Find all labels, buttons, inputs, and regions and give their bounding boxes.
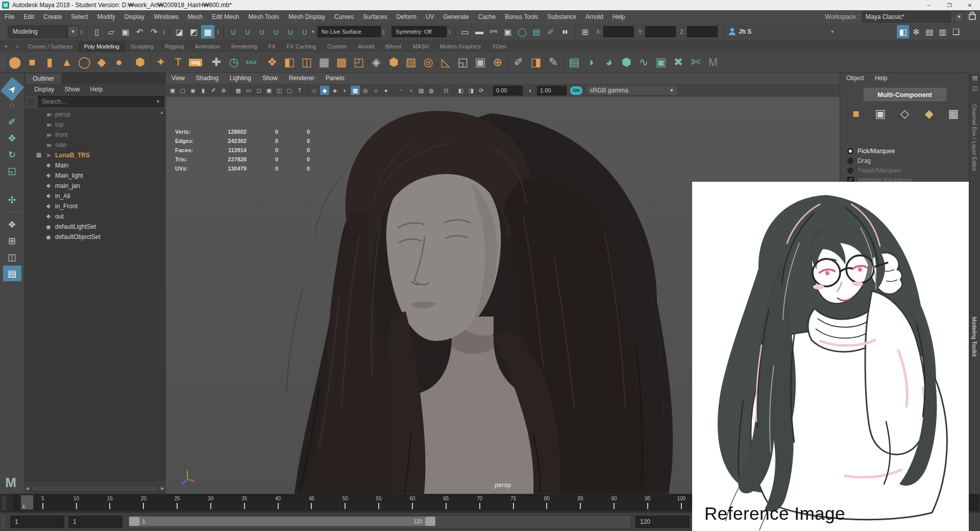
open-scene-icon[interactable]: ▱: [105, 25, 118, 38]
shelf-menu-icon[interactable]: ▾: [2, 42, 10, 51]
open-render-view-icon[interactable]: ▭: [458, 25, 472, 38]
shelf-grip[interactable]: [1, 56, 5, 69]
search-caret-icon[interactable]: ▼: [156, 99, 160, 104]
range-end-handle[interactable]: [425, 517, 435, 526]
option-tweak-marquee[interactable]: Tweak/Marquee: [847, 165, 965, 175]
restore-button[interactable]: ❐: [939, 0, 960, 10]
grid-fill-icon[interactable]: ▩: [333, 54, 350, 71]
group-collapse-icon[interactable]: ❯: [448, 30, 451, 34]
current-frame-marker[interactable]: 1: [21, 495, 33, 510]
shadows-icon[interactable]: ●: [381, 86, 390, 95]
menu-substance[interactable]: Substance: [543, 10, 581, 23]
menu-arnold[interactable]: Arnold: [581, 10, 608, 23]
render-settings-icon[interactable]: ▣: [501, 25, 514, 38]
multi-cut-icon[interactable]: ▨: [402, 54, 420, 71]
grid-icon[interactable]: ▦: [234, 86, 243, 95]
menu-surfaces[interactable]: Surfaces: [358, 10, 391, 23]
filter-icon[interactable]: [26, 96, 36, 107]
outliner-item-defaultobjectset[interactable]: ◉defaultObjectSet: [24, 232, 166, 242]
menu-help[interactable]: Help: [608, 10, 630, 23]
shelf-tab-motion-graphics[interactable]: Motion Graphics: [434, 41, 486, 52]
x-input[interactable]: [603, 26, 634, 37]
playback-end-field[interactable]: 120: [635, 516, 690, 528]
outliner-menu-show[interactable]: Show: [59, 86, 85, 93]
group-collapse-icon[interactable]: ❯: [382, 30, 385, 34]
svg-tool-icon[interactable]: svg: [187, 54, 204, 71]
wireframe-on-shaded-icon[interactable]: ◈: [330, 86, 339, 95]
z-input[interactable]: [687, 26, 718, 37]
poly-plane-icon[interactable]: ◆: [93, 54, 110, 71]
scroll-right-icon[interactable]: ▶: [159, 485, 166, 492]
menu-modify[interactable]: Modify: [92, 10, 119, 23]
menu-mesh[interactable]: Mesh: [183, 10, 207, 23]
menu-file[interactable]: File: [0, 10, 19, 23]
lock-camera-icon[interactable]: ▢: [178, 86, 187, 95]
field-chart-icon[interactable]: ◫: [275, 86, 284, 95]
smooth-shade-all-icon[interactable]: ◆: [320, 86, 329, 95]
workspace-dropdown-arrow-icon[interactable]: ▼: [954, 12, 964, 22]
viewport-menu-view[interactable]: View: [166, 75, 190, 82]
outliner-scroll-up-icon[interactable]: ▲: [159, 110, 165, 117]
menu-mesh-tools[interactable]: Mesh Tools: [244, 10, 284, 23]
separate-icon[interactable]: ◧: [281, 54, 298, 71]
zero-transforms-icon[interactable]: 0,0,0: [242, 54, 260, 71]
shelf-tab-curves-surfaces[interactable]: Curves / Surfaces: [22, 41, 78, 52]
scroll-track[interactable]: [31, 485, 159, 492]
outliner-item-main-jan[interactable]: ❖main_jan: [24, 181, 166, 191]
radio-icon[interactable]: [847, 167, 853, 174]
planar-mapping-icon[interactable]: ▤: [566, 54, 583, 71]
shelf-tab-fx[interactable]: FX: [263, 41, 281, 52]
center-pivot-icon[interactable]: ✚: [208, 54, 225, 71]
select-component-icon[interactable]: ▦: [201, 25, 214, 38]
exposure-toggle-icon[interactable]: ⟳: [477, 86, 486, 95]
radio-icon[interactable]: [847, 158, 853, 164]
automatic-mapping-icon[interactable]: ⬢: [618, 54, 635, 71]
wireframe-icon[interactable]: ◇: [310, 86, 319, 95]
transform-component-icon[interactable]: ▣: [472, 54, 489, 71]
menu-deform[interactable]: Deform: [391, 10, 421, 23]
snap-to-grid-icon[interactable]: ∪: [227, 25, 240, 38]
outliner-item-top[interactable]: ◼◂top: [24, 119, 166, 130]
contour-stretch-icon[interactable]: ∿: [635, 54, 652, 71]
isolate-select-icon[interactable]: ⊡: [442, 86, 451, 95]
shelf-tab-rigging[interactable]: Rigging: [159, 41, 189, 52]
playback-start-field[interactable]: 1: [68, 516, 122, 528]
poly-cylinder-icon[interactable]: ▮: [41, 54, 58, 71]
object-mode-icon[interactable]: ■: [847, 106, 865, 122]
safe-title-icon[interactable]: T: [295, 86, 304, 95]
gate-mask-icon[interactable]: ▣: [264, 86, 274, 95]
redo-icon[interactable]: ↷: [148, 25, 161, 38]
make-live-icon[interactable]: ∪: [298, 25, 311, 38]
last-tool-used-icon[interactable]: ✣: [3, 192, 21, 208]
platonic-solid-icon[interactable]: ⬢: [131, 54, 149, 71]
render-current-frame-icon[interactable]: ▬: [473, 25, 486, 38]
menu-display[interactable]: Display: [120, 10, 149, 23]
textured-icon[interactable]: ▩: [351, 86, 360, 95]
toolkit-menu-help[interactable]: Help: [875, 75, 893, 82]
shelf-tab-bifrost[interactable]: Bifrost: [380, 41, 407, 52]
cylindrical-mapping-icon[interactable]: ◗: [583, 54, 600, 71]
resolution-gate-icon[interactable]: ◻: [254, 86, 263, 95]
poly-cone-icon[interactable]: ▲: [58, 54, 76, 71]
group-collapse-icon[interactable]: ❯: [216, 30, 219, 34]
image-plane-icon[interactable]: ✐: [209, 86, 218, 95]
safe-action-icon[interactable]: ▢: [285, 86, 294, 95]
collapse-panel-icon[interactable]: ▤: [971, 75, 979, 83]
mirror-icon[interactable]: ◫: [298, 54, 315, 71]
shelf-tab-rendering[interactable]: Rendering: [226, 41, 263, 52]
menu-uv[interactable]: UV: [421, 10, 439, 23]
viewport-menu-show[interactable]: Show: [257, 75, 283, 82]
viewport-menu-panels[interactable]: Panels: [320, 75, 350, 82]
channel-box-icon[interactable]: ❏: [950, 25, 962, 38]
extrude-icon[interactable]: ◰: [350, 54, 368, 71]
shelf-tab-poly-modeling[interactable]: Poly Modeling: [78, 41, 125, 52]
modeling-toolkit-icon[interactable]: ◧: [897, 25, 909, 38]
rotate-tool-icon[interactable]: ↻: [3, 147, 21, 162]
shelf-tab-mash[interactable]: MASH: [407, 41, 434, 52]
paint-effects-icon[interactable]: ✐: [544, 25, 557, 38]
paint-select-tool-icon[interactable]: ✐: [3, 114, 21, 130]
menu-set-dropdown-arrow-icon[interactable]: ▼: [67, 26, 79, 38]
shelf-tab-xgen[interactable]: XGen: [486, 41, 512, 52]
range-slider-grip[interactable]: [1, 515, 5, 528]
menu-curves[interactable]: Curves: [330, 10, 358, 23]
